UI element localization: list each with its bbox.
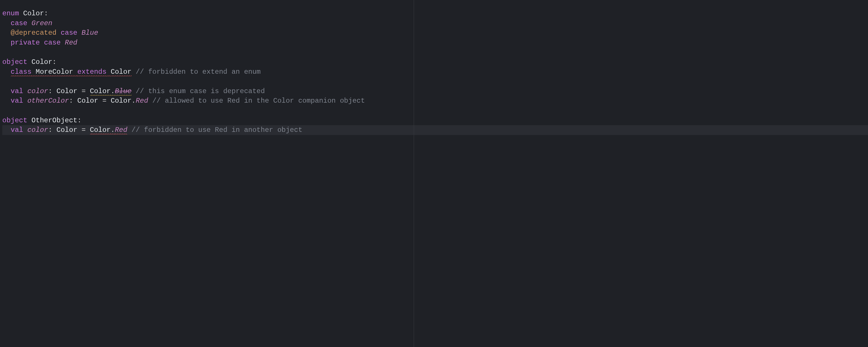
object-name: OtherObject bbox=[32, 117, 77, 124]
keyword-enum: enum bbox=[2, 9, 19, 18]
space bbox=[52, 126, 56, 134]
code-line[interactable]: class MoreColor extends Color // forbidd… bbox=[2, 67, 868, 77]
space bbox=[23, 97, 27, 105]
val-name: color bbox=[27, 126, 48, 134]
class-name: MoreColor bbox=[36, 68, 73, 76]
equals: = bbox=[82, 126, 86, 134]
type-annotation: Color bbox=[77, 97, 98, 105]
code-line[interactable]: object Color: bbox=[2, 57, 868, 67]
code-line[interactable]: @deprecated case Blue bbox=[2, 28, 868, 38]
code-line-active[interactable]: val color: Color = Color.Red // forbidde… bbox=[2, 125, 868, 135]
keyword-case: case bbox=[44, 39, 61, 46]
dot: . bbox=[111, 126, 115, 134]
colon: : bbox=[44, 9, 48, 18]
type-annotation: Color bbox=[56, 87, 77, 95]
space bbox=[32, 68, 36, 76]
keyword-class: class bbox=[11, 68, 32, 76]
indent bbox=[2, 126, 11, 134]
keyword-val: val bbox=[11, 97, 23, 105]
space bbox=[27, 58, 31, 66]
space bbox=[127, 126, 131, 134]
space bbox=[98, 97, 102, 105]
space bbox=[106, 97, 111, 105]
colon: : bbox=[48, 87, 52, 95]
right-margin-guide bbox=[414, 0, 414, 347]
type-name: Color bbox=[23, 9, 44, 18]
equals: = bbox=[82, 87, 86, 95]
indent bbox=[2, 68, 11, 76]
colon: : bbox=[69, 97, 73, 105]
colon: : bbox=[77, 117, 81, 124]
blank-line[interactable] bbox=[2, 106, 868, 116]
keyword-extends: extends bbox=[77, 68, 106, 76]
indent bbox=[2, 87, 11, 95]
val-name: otherColor bbox=[27, 97, 69, 105]
qualifier: Color bbox=[90, 126, 111, 134]
keyword-val: val bbox=[11, 126, 23, 134]
space bbox=[61, 39, 65, 46]
super-type: Color bbox=[111, 68, 132, 76]
colon: : bbox=[48, 126, 52, 134]
space bbox=[132, 87, 136, 95]
space bbox=[19, 9, 23, 18]
type-annotation: Color bbox=[56, 126, 77, 134]
qualifier: Color bbox=[111, 97, 132, 105]
enum-case-red: Red bbox=[65, 39, 77, 46]
code-line[interactable]: enum Color: bbox=[2, 9, 868, 19]
keyword-val: val bbox=[11, 87, 23, 95]
indent bbox=[2, 29, 11, 37]
colon: : bbox=[52, 58, 56, 66]
code-line[interactable]: val otherColor: Color = Color.Red // all… bbox=[2, 96, 868, 106]
comment: // allowed to use Red in the Color compa… bbox=[153, 97, 365, 105]
space bbox=[77, 126, 81, 134]
keyword-object: object bbox=[2, 58, 27, 66]
blank-line[interactable] bbox=[2, 48, 868, 57]
space bbox=[86, 87, 90, 95]
space bbox=[106, 68, 111, 76]
comment: // forbidden to extend an enum bbox=[136, 68, 261, 76]
indent bbox=[2, 20, 11, 27]
space bbox=[40, 39, 44, 46]
space bbox=[27, 117, 31, 124]
indent bbox=[2, 39, 11, 46]
enum-case-blue: Blue bbox=[82, 29, 98, 37]
member-blue-deprecated: Blue bbox=[115, 87, 132, 96]
equals: = bbox=[102, 97, 106, 105]
keyword-object: object bbox=[2, 117, 27, 124]
space bbox=[132, 68, 136, 76]
keyword-case: case bbox=[61, 29, 78, 37]
keyword-private: private bbox=[11, 39, 40, 46]
dot: . bbox=[111, 87, 115, 96]
comment: // this enum case is deprecated bbox=[136, 87, 265, 95]
code-line[interactable]: private case Red bbox=[2, 38, 868, 48]
space bbox=[27, 20, 31, 27]
annotation-deprecated: @deprecated bbox=[11, 29, 56, 37]
enum-case-green: Green bbox=[32, 20, 52, 27]
dot: . bbox=[132, 97, 136, 105]
code-editor[interactable]: enum Color: case Green @deprecated case … bbox=[0, 0, 868, 347]
blank-line[interactable] bbox=[2, 76, 868, 87]
space bbox=[73, 97, 77, 105]
space bbox=[73, 68, 77, 76]
indent bbox=[2, 97, 11, 105]
space bbox=[56, 29, 60, 37]
code-line[interactable]: case Green bbox=[2, 19, 868, 28]
member-red: Red bbox=[136, 97, 148, 105]
member-red-error: Red bbox=[115, 126, 127, 134]
space bbox=[148, 97, 152, 105]
space bbox=[52, 87, 56, 95]
space bbox=[77, 87, 81, 95]
code-line[interactable]: val color: Color = Color.Blue // this en… bbox=[2, 87, 868, 96]
val-name: color bbox=[27, 87, 48, 95]
space bbox=[86, 126, 90, 134]
code-line[interactable]: object OtherObject: bbox=[2, 116, 868, 126]
space bbox=[77, 29, 81, 37]
keyword-case: case bbox=[11, 20, 28, 27]
type-name: Color bbox=[32, 58, 52, 66]
qualifier: Color bbox=[90, 87, 111, 96]
comment: // forbidden to use Red in another objec… bbox=[132, 126, 303, 134]
space bbox=[23, 87, 27, 95]
space bbox=[23, 126, 27, 134]
